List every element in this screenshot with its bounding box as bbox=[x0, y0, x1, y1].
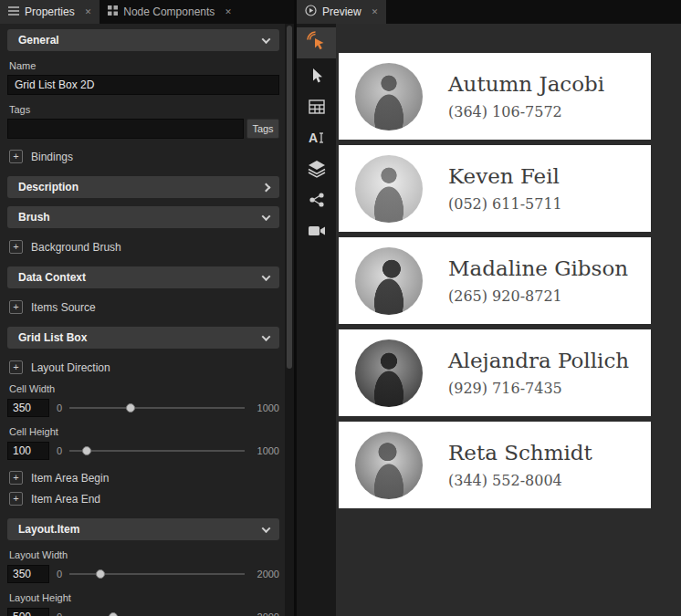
contact-text: Keven Feil (052) 611-5711 bbox=[448, 164, 562, 213]
section-header-data-context[interactable]: Data Context bbox=[7, 266, 279, 288]
layout-width-slider[interactable] bbox=[69, 569, 245, 579]
properties-scrollbar[interactable] bbox=[285, 24, 294, 616]
tab-properties[interactable]: Properties ✕ bbox=[0, 0, 100, 24]
contact-phone: (265) 920-8721 bbox=[448, 287, 628, 305]
properties-tabbar: Properties ✕ Node Components ✕ bbox=[0, 0, 294, 24]
cell-height-input[interactable] bbox=[7, 442, 49, 460]
item-area-end-label: Item Area End bbox=[31, 493, 100, 506]
section-data-context-title: Data Context bbox=[18, 271, 86, 284]
layout-direction-label: Layout Direction bbox=[31, 361, 110, 374]
layout-width-input[interactable] bbox=[7, 565, 49, 583]
layout-direction-row: + Layout Direction bbox=[9, 360, 279, 374]
scrollbar-thumb[interactable] bbox=[287, 26, 292, 369]
item-area-begin-row: + Item Area Begin bbox=[9, 471, 279, 485]
contact-name: Alejandra Pollich bbox=[448, 349, 629, 372]
section-header-grid-list-box[interactable]: Grid List Box bbox=[7, 327, 279, 349]
layout-height-slider[interactable] bbox=[69, 611, 245, 616]
tool-layers-button[interactable] bbox=[297, 155, 336, 186]
cell-height-label: Cell Height bbox=[9, 426, 279, 437]
cell-height-slider[interactable] bbox=[69, 445, 245, 456]
contact-text: Alejandra Pollich (929) 716-7435 bbox=[448, 349, 629, 397]
chevron-down-icon bbox=[262, 272, 271, 281]
play-icon bbox=[305, 5, 317, 19]
items-source-label: Items Source bbox=[31, 301, 96, 314]
slider-min-label: 0 bbox=[57, 445, 62, 456]
list-item[interactable]: Alejandra Pollich (929) 716-7435 bbox=[339, 329, 651, 416]
tab-node-components-label: Node Components bbox=[123, 5, 215, 18]
list-item[interactable]: Madaline Gibson (265) 920-8721 bbox=[339, 237, 651, 324]
cell-width-input[interactable] bbox=[7, 399, 49, 417]
close-icon[interactable]: ✕ bbox=[85, 7, 92, 16]
slider-track[interactable] bbox=[69, 407, 245, 409]
section-header-layout-item[interactable]: Layout.Item bbox=[7, 518, 279, 540]
contact-text: Madaline Gibson (265) 920-8721 bbox=[448, 256, 628, 305]
background-brush-label: Background Brush bbox=[31, 241, 121, 254]
background-brush-row: + Background Brush bbox=[9, 240, 279, 254]
tags-button[interactable]: Tags bbox=[246, 119, 279, 139]
add-items-source-button[interactable]: + bbox=[9, 300, 23, 314]
tags-input[interactable] bbox=[7, 119, 244, 139]
tags-label: Tags bbox=[9, 104, 279, 115]
cell-height-row: 0 1000 bbox=[7, 442, 279, 460]
layout-height-input[interactable] bbox=[7, 608, 49, 616]
avatar bbox=[355, 155, 423, 223]
contact-phone: (364) 106-7572 bbox=[448, 103, 604, 120]
preview-main: A bbox=[297, 24, 681, 616]
slider-handle[interactable] bbox=[82, 446, 91, 455]
add-background-brush-button[interactable]: + bbox=[9, 240, 23, 254]
list-item[interactable]: Keven Feil (052) 611-5711 bbox=[339, 145, 651, 232]
layout-width-label: Layout Width bbox=[9, 549, 279, 560]
layout-width-row: 0 2000 bbox=[7, 565, 279, 583]
name-input[interactable] bbox=[7, 75, 279, 95]
section-header-brush[interactable]: Brush bbox=[7, 206, 279, 228]
slider-min-label: 0 bbox=[57, 569, 62, 579]
slider-handle[interactable] bbox=[126, 403, 135, 412]
grid-icon bbox=[309, 99, 325, 118]
slider-handle[interactable] bbox=[109, 612, 118, 616]
properties-panel: Properties ✕ Node Components ✕ General N… bbox=[0, 0, 294, 616]
slider-track[interactable] bbox=[69, 450, 245, 452]
add-layout-direction-button[interactable]: + bbox=[9, 360, 23, 374]
close-icon[interactable]: ✕ bbox=[372, 7, 379, 16]
contact-name: Autumn Jacobi bbox=[448, 72, 604, 96]
item-area-begin-label: Item Area Begin bbox=[31, 472, 109, 485]
bindings-label: Bindings bbox=[31, 151, 73, 163]
section-description-title: Description bbox=[18, 181, 79, 193]
slider-max-label: 1000 bbox=[252, 402, 279, 413]
tab-node-components[interactable]: Node Components ✕ bbox=[100, 0, 240, 24]
slider-max-label: 1000 bbox=[252, 445, 279, 456]
tab-preview[interactable]: Preview ✕ bbox=[297, 0, 386, 24]
add-item-area-end-button[interactable]: + bbox=[9, 492, 23, 506]
tool-camera-button[interactable] bbox=[297, 217, 336, 248]
node-graph-icon bbox=[309, 192, 325, 212]
tool-select-button[interactable] bbox=[297, 62, 336, 93]
slider-handle[interactable] bbox=[96, 569, 105, 579]
tool-nodes-button[interactable] bbox=[297, 186, 336, 217]
section-grid-list-box-title: Grid List Box bbox=[18, 331, 87, 344]
svg-text:A: A bbox=[309, 131, 318, 145]
section-header-description[interactable]: Description bbox=[7, 176, 279, 198]
avatar bbox=[355, 63, 423, 131]
layout-height-label: Layout Height bbox=[9, 592, 279, 603]
properties-list-icon bbox=[8, 5, 19, 18]
add-binding-button[interactable]: + bbox=[9, 150, 23, 163]
bindings-row: + Bindings bbox=[9, 150, 279, 163]
tool-text-button[interactable]: A bbox=[297, 124, 336, 155]
add-item-area-begin-button[interactable]: + bbox=[9, 471, 23, 485]
cell-width-slider[interactable] bbox=[69, 402, 245, 413]
list-item[interactable]: Autumn Jacobi (364) 106-7572 bbox=[339, 53, 651, 140]
contact-phone: (929) 716-7435 bbox=[448, 380, 629, 397]
avatar bbox=[355, 432, 423, 499]
name-label: Name bbox=[9, 60, 279, 71]
list-item[interactable]: Reta Schmidt (344) 552-8004 bbox=[339, 422, 651, 508]
preview-panel: Preview ✕ bbox=[294, 0, 681, 616]
slider-min-label: 0 bbox=[57, 611, 62, 616]
item-area-end-row: + Item Area End bbox=[9, 492, 279, 506]
close-icon[interactable]: ✕ bbox=[225, 7, 232, 16]
preview-toolbar: A bbox=[297, 24, 336, 616]
slider-max-label: 2000 bbox=[252, 569, 279, 579]
camera-icon bbox=[308, 224, 326, 242]
section-header-general[interactable]: General bbox=[7, 29, 279, 51]
tool-grid-button[interactable] bbox=[297, 93, 336, 124]
tool-interact-button[interactable] bbox=[297, 27, 336, 58]
